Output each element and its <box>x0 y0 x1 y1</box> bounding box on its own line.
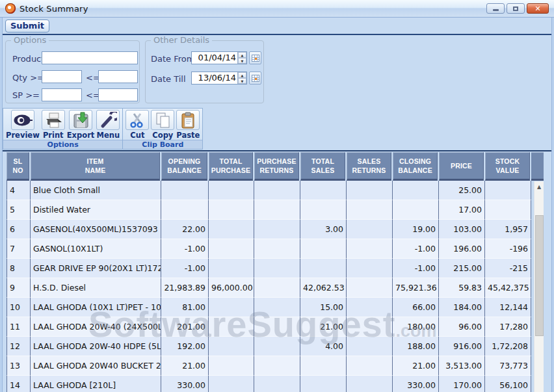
date-from-field[interactable]: 01/04/14 ▲ ▼ <box>191 51 247 64</box>
cell: 330.00 <box>393 376 439 392</box>
toolbar-group-caption: Clip Board <box>123 140 202 149</box>
date-from-calendar-button[interactable] <box>249 51 261 64</box>
cell: 196.00 <box>439 239 485 259</box>
column-header-sales-returns[interactable]: SALESRETURNS <box>347 152 391 181</box>
cell: 17,280 <box>485 317 531 337</box>
column-header-price[interactable]: PRICE <box>439 152 484 181</box>
table-row[interactable]: 11LAAL GHODA 20W-40 (24X500L...201.0021.… <box>7 317 531 337</box>
column-header-closing-balance[interactable]: CLOSINGBALANCE <box>393 152 438 181</box>
cell <box>347 356 393 376</box>
header-line2: BALANCE <box>398 166 432 175</box>
cell: -1.00 <box>161 259 209 278</box>
window-frame-right <box>551 18 554 392</box>
scroll-up-arrow-icon[interactable]: ▲ <box>534 181 544 192</box>
item-name-cell: LAAL GHODA (10X1 LT)PET - 10... <box>31 298 161 317</box>
cell <box>254 181 300 200</box>
copy-button[interactable]: Copy <box>151 110 174 140</box>
toolbar-button-label: Export <box>67 131 95 140</box>
date-till-calendar-button[interactable] <box>249 72 261 85</box>
paste-button[interactable]: Paste <box>176 110 200 140</box>
column-header-purchase-returns[interactable]: PURCHASERETURNS <box>254 152 299 181</box>
sp-label: SP >= <box>12 90 40 100</box>
close-button[interactable]: ✕ <box>527 3 549 14</box>
date-from-spin-down-icon[interactable]: ▼ <box>238 58 246 64</box>
table-row[interactable]: 6GASENOL(40X500ML)153709322.003.0019.001… <box>7 220 531 239</box>
sp-min-input[interactable] <box>42 88 82 101</box>
cell: 96.00 <box>439 317 485 337</box>
cell <box>209 317 254 337</box>
cell <box>209 239 254 259</box>
toolbar-button-label: Print <box>43 131 64 140</box>
table-row[interactable]: 5Distiled Water17.00 <box>7 200 531 220</box>
column-header-stock-value[interactable]: STOCKVALUE <box>485 152 530 181</box>
date-till-spin-up-icon[interactable]: ▲ <box>238 72 246 78</box>
cell: 15.00 <box>300 298 347 317</box>
table-row[interactable]: 9H.S.D. Diesel21,983.8996,000.0042,062.5… <box>7 278 531 298</box>
header-line1: PRICE <box>451 161 472 170</box>
cell: 59.83 <box>439 278 485 298</box>
product-input[interactable] <box>42 51 138 64</box>
header-line2: NO <box>12 166 23 175</box>
cell: 9 <box>7 278 31 298</box>
column-header-item-name[interactable]: ITEMNAME <box>31 152 160 181</box>
app-icon <box>5 3 16 14</box>
date-till-field[interactable]: 13/06/14 ▲ ▼ <box>191 72 247 85</box>
date-till-spin-down-icon[interactable]: ▼ <box>238 78 246 84</box>
header-line1: ITEM <box>87 157 104 166</box>
printer-icon <box>42 110 65 130</box>
menu-button[interactable]: Menu <box>96 110 120 140</box>
other-details-group-title: Other Details <box>151 35 212 45</box>
cell: 330.00 <box>161 376 209 392</box>
toolbar-group-clip-board: CutCopyPasteClip Board <box>123 109 202 149</box>
table-row[interactable]: 10LAAL GHODA (10X1 LT)PET - 10...81.0015… <box>7 298 531 317</box>
table-row[interactable]: 13LAAL GHODA 20W40 BUCKET 2...21.0021.00… <box>7 356 531 376</box>
column-header-sl-no[interactable]: SLNO <box>7 152 29 181</box>
stock-table: SLNOITEMNAMEOPENINGBALANCETOTALPURCHASEP… <box>7 152 531 392</box>
cell: 22.00 <box>161 220 209 239</box>
cell: 7 <box>7 239 31 259</box>
cell: 96,000.00 <box>209 278 254 298</box>
cell <box>209 259 254 278</box>
cell <box>254 259 300 278</box>
scrollbar-thumb[interactable] <box>535 215 544 336</box>
clipboard-icon <box>176 110 200 130</box>
vertical-scrollbar[interactable]: ▲ <box>534 181 544 392</box>
table-header-stub <box>531 152 544 181</box>
cell <box>254 317 300 337</box>
qty-max-input[interactable] <box>98 70 138 83</box>
date-from-spin-up-icon[interactable]: ▲ <box>238 52 246 58</box>
cell: -1.00 <box>393 259 439 278</box>
column-header-total-sales[interactable]: TOTALSALES <box>300 152 345 181</box>
qty-min-input[interactable] <box>42 70 82 83</box>
column-header-opening-balance[interactable]: OPENINGBALANCE <box>161 152 207 181</box>
cell <box>300 259 347 278</box>
maximize-button[interactable] <box>507 3 525 14</box>
preview-button[interactable]: Preview <box>6 110 40 140</box>
cut-button[interactable]: Cut <box>125 110 149 140</box>
table-row[interactable]: 12LAAL GHODA 20W-40 HDPE (5L...192.004.0… <box>7 337 531 356</box>
item-name-cell: Distiled Water <box>31 200 161 220</box>
print-button[interactable]: Print <box>42 110 65 140</box>
cell: 8 <box>7 259 31 278</box>
cell: 4.00 <box>300 337 347 356</box>
table-row[interactable]: 4Blue Cloth Small25.00 <box>7 181 531 200</box>
cell <box>209 356 254 376</box>
cell <box>209 200 254 220</box>
table-row[interactable]: 14LAAL GHODA [210L]330.00330.00170.0056,… <box>7 376 531 392</box>
submit-button[interactable]: Submit <box>5 20 49 33</box>
export-button[interactable]: Export <box>67 110 95 140</box>
calendar-icon <box>252 55 259 62</box>
minimize-button[interactable] <box>486 3 505 14</box>
column-header-total-purchase[interactable]: TOTALPURCHASE <box>209 152 253 181</box>
cell: 192.00 <box>161 337 209 356</box>
cell <box>300 376 347 392</box>
sp-max-input[interactable] <box>98 88 138 101</box>
table-row[interactable]: 8GEAR DRIVE EP 90(20X1 LT)172...-1.00-1.… <box>7 259 531 278</box>
options-groupbox: Options Product Qty >= <= SP >= <= <box>5 40 140 103</box>
table-row[interactable]: 7GASNOL(10X1LT)-1.00-1.00196.00-196 <box>7 239 531 259</box>
header-line1: PURCHASE <box>257 157 297 166</box>
qty-label: Qty >= <box>12 73 44 83</box>
cell <box>254 356 300 376</box>
header-line2: VALUE <box>496 166 520 175</box>
cell: 1,957 <box>485 220 531 239</box>
